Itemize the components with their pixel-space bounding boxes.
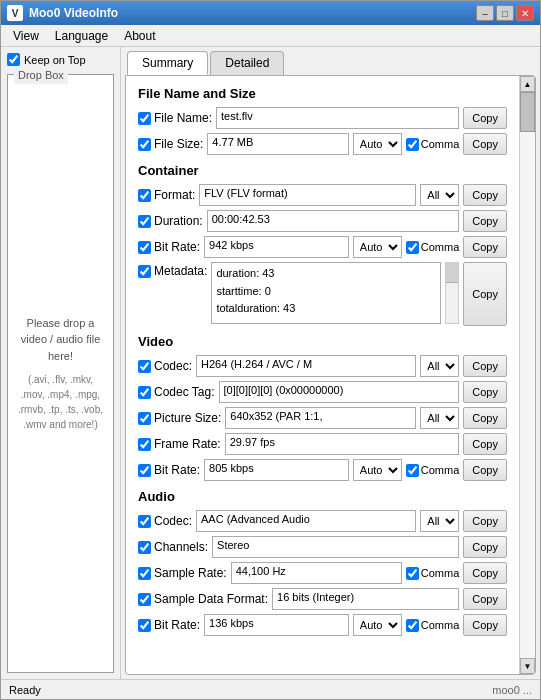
metadata-copy-button[interactable]: Copy xyxy=(463,262,507,326)
menu-about[interactable]: About xyxy=(116,27,163,44)
file-size-label: File Size: xyxy=(154,137,203,151)
video-codec-checkbox[interactable] xyxy=(138,360,151,373)
container-bit-rate-comma-checkbox[interactable] xyxy=(406,241,419,254)
metadata-checkbox[interactable] xyxy=(138,265,151,278)
sample-rate-checkbox[interactable] xyxy=(138,567,151,580)
sample-rate-label-group: Sample Rate: xyxy=(138,566,227,580)
left-panel: Keep on Top Drop Box Please drop a video… xyxy=(1,47,121,679)
sample-rate-comma-label: Comma xyxy=(421,567,460,579)
file-size-comma-label: Comma xyxy=(421,138,460,150)
status-right: moo0 ... xyxy=(492,684,532,696)
frame-rate-value: 29.97 fps xyxy=(225,433,460,455)
frame-rate-copy-button[interactable]: Copy xyxy=(463,433,507,455)
file-size-label-group: File Size: xyxy=(138,137,203,151)
tab-detailed[interactable]: Detailed xyxy=(210,51,284,75)
audio-codec-dropdown[interactable]: All xyxy=(420,510,459,532)
picture-size-checkbox[interactable] xyxy=(138,412,151,425)
file-size-comma-checkbox[interactable] xyxy=(406,138,419,151)
codec-tag-copy-button[interactable]: Copy xyxy=(463,381,507,403)
container-bit-rate-copy-button[interactable]: Copy xyxy=(463,236,507,258)
frame-rate-checkbox[interactable] xyxy=(138,438,151,451)
metadata-scrollbar[interactable] xyxy=(445,262,459,324)
status-bar: Ready moo0 ... xyxy=(1,679,540,699)
picture-size-label-group: Picture Size: xyxy=(138,411,221,425)
window-controls: – □ ✕ xyxy=(476,5,534,21)
video-bit-rate-checkbox[interactable] xyxy=(138,464,151,477)
keep-on-top-checkbox[interactable] xyxy=(7,53,20,66)
metadata-line-2: starttime: 0 xyxy=(216,283,436,301)
audio-bit-rate-checkbox[interactable] xyxy=(138,619,151,632)
audio-codec-label: Codec: xyxy=(154,514,192,528)
scroll-track[interactable] xyxy=(520,92,535,658)
channels-label: Channels: xyxy=(154,540,208,554)
scroll-thumb[interactable] xyxy=(520,92,535,132)
file-size-checkbox[interactable] xyxy=(138,138,151,151)
audio-codec-copy-button[interactable]: Copy xyxy=(463,510,507,532)
codec-tag-row: Codec Tag: [0][0][0][0] (0x00000000) Cop… xyxy=(138,381,507,403)
video-bit-rate-comma: Comma xyxy=(406,464,460,477)
format-copy-button[interactable]: Copy xyxy=(463,184,507,206)
sample-data-format-copy-button[interactable]: Copy xyxy=(463,588,507,610)
frame-rate-label-group: Frame Rate: xyxy=(138,437,221,451)
sample-data-format-label-group: Sample Data Format: xyxy=(138,592,268,606)
audio-codec-label-group: Codec: xyxy=(138,514,192,528)
video-codec-row: Codec: H264 (H.264 / AVC / M All Copy xyxy=(138,355,507,377)
sample-rate-copy-button[interactable]: Copy xyxy=(463,562,507,584)
audio-bit-rate-copy-button[interactable]: Copy xyxy=(463,614,507,636)
duration-value: 00:00:42.53 xyxy=(207,210,460,232)
audio-bit-rate-dropdown[interactable]: Auto xyxy=(353,614,402,636)
menu-language[interactable]: Language xyxy=(47,27,116,44)
content-scroll[interactable]: File Name and Size File Name: test.flv C… xyxy=(126,76,519,674)
audio-bit-rate-row: Bit Rate: 136 kbps Auto Comma Copy xyxy=(138,614,507,636)
duration-copy-button[interactable]: Copy xyxy=(463,210,507,232)
sample-data-format-checkbox[interactable] xyxy=(138,593,151,606)
picture-size-copy-button[interactable]: Copy xyxy=(463,407,507,429)
picture-size-label: Picture Size: xyxy=(154,411,221,425)
codec-tag-checkbox[interactable] xyxy=(138,386,151,399)
format-checkbox[interactable] xyxy=(138,189,151,202)
video-codec-dropdown[interactable]: All xyxy=(420,355,459,377)
status-text: Ready xyxy=(9,684,41,696)
video-bit-rate-dropdown[interactable]: Auto xyxy=(353,459,402,481)
duration-checkbox[interactable] xyxy=(138,215,151,228)
video-bit-rate-copy-button[interactable]: Copy xyxy=(463,459,507,481)
minimize-button[interactable]: – xyxy=(476,5,494,21)
video-bit-rate-comma-checkbox[interactable] xyxy=(406,464,419,477)
picture-size-dropdown[interactable]: All xyxy=(420,407,459,429)
sample-rate-value: 44,100 Hz xyxy=(231,562,402,584)
channels-copy-button[interactable]: Copy xyxy=(463,536,507,558)
file-name-checkbox[interactable] xyxy=(138,112,151,125)
container-bit-rate-checkbox[interactable] xyxy=(138,241,151,254)
audio-bit-rate-comma-checkbox[interactable] xyxy=(406,619,419,632)
file-size-copy-button[interactable]: Copy xyxy=(463,133,507,155)
drop-box-title: Drop Box xyxy=(14,67,68,84)
file-size-dropdown[interactable]: Auto xyxy=(353,133,402,155)
sample-rate-row: Sample Rate: 44,100 Hz Comma Copy xyxy=(138,562,507,584)
menu-view[interactable]: View xyxy=(5,27,47,44)
scroll-down-button[interactable]: ▼ xyxy=(520,658,535,674)
maximize-button[interactable]: □ xyxy=(496,5,514,21)
vertical-scrollbar[interactable]: ▲ ▼ xyxy=(519,76,535,674)
file-name-value: test.flv xyxy=(216,107,459,129)
tabs: Summary Detailed xyxy=(121,47,540,75)
channels-value: Stereo xyxy=(212,536,459,558)
video-codec-copy-button[interactable]: Copy xyxy=(463,355,507,377)
drop-message: Please drop a video / audio file here! xyxy=(16,315,105,365)
codec-tag-value: [0][0][0][0] (0x00000000) xyxy=(219,381,460,403)
sample-rate-comma-checkbox[interactable] xyxy=(406,567,419,580)
drop-box[interactable]: Drop Box Please drop a video / audio fil… xyxy=(7,74,114,673)
audio-codec-checkbox[interactable] xyxy=(138,515,151,528)
scroll-up-button[interactable]: ▲ xyxy=(520,76,535,92)
channels-checkbox[interactable] xyxy=(138,541,151,554)
video-bit-rate-comma-label: Comma xyxy=(421,464,460,476)
app-icon: V xyxy=(7,5,23,21)
formats-text: (.avi, .flv, .mkv, .mov, .mp4, .mpg, .rm… xyxy=(16,372,105,432)
sample-rate-comma: Comma xyxy=(406,567,460,580)
close-button[interactable]: ✕ xyxy=(516,5,534,21)
container-bit-rate-dropdown[interactable]: Auto xyxy=(353,236,402,258)
file-name-copy-button[interactable]: Copy xyxy=(463,107,507,129)
tab-summary[interactable]: Summary xyxy=(127,51,208,75)
file-size-comma: Comma xyxy=(406,138,460,151)
format-dropdown[interactable]: All xyxy=(420,184,459,206)
container-bit-rate-comma-label: Comma xyxy=(421,241,460,253)
